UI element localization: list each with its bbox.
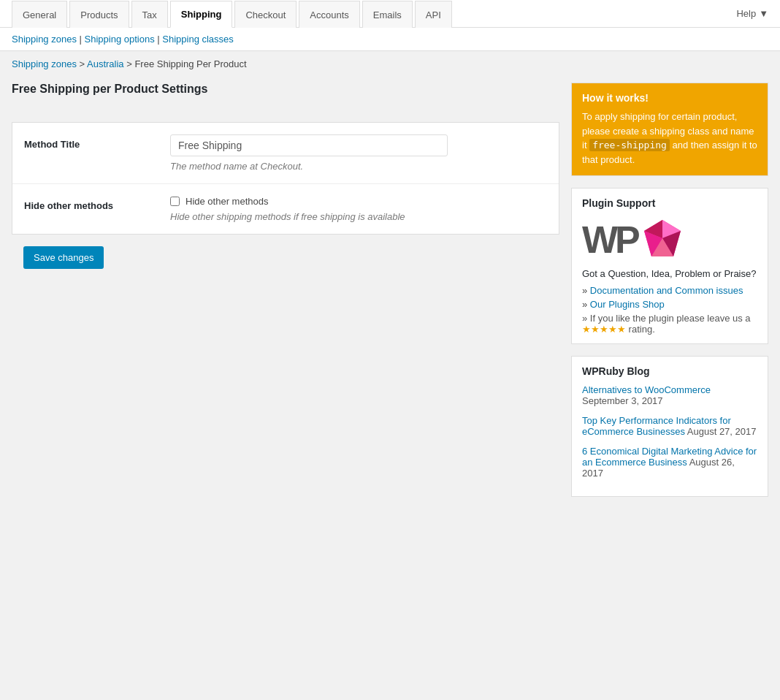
breadcrumb-path: Shipping zones > Australia > Free Shippi… <box>0 51 780 71</box>
nav-tabs: General Products Tax Shipping Checkout A… <box>12 0 454 27</box>
method-title-field: The method name at Checkout. <box>170 134 547 172</box>
plugin-support-card: Plugin Support WP <box>571 188 768 344</box>
main-wrapper: Free Shipping per Product Settings Metho… <box>0 71 780 520</box>
plugin-support-title: Plugin Support <box>582 197 757 209</box>
blog-entry-1: Top Key Performance Indicators for eComm… <box>582 415 757 437</box>
shop-link[interactable]: Our Plugins Shop <box>590 299 665 310</box>
tab-products[interactable]: Products <box>69 1 129 28</box>
breadcrumb-shipping-classes-link[interactable]: Shipping classes <box>162 34 234 45</box>
tab-api[interactable]: API <box>415 1 452 28</box>
how-it-works-card: How it works! To apply shipping for cert… <box>571 83 768 176</box>
blog-title: WPRuby Blog <box>582 365 757 377</box>
breadcrumb-path-australia[interactable]: Australia <box>87 58 124 69</box>
doc-link[interactable]: Documentation and Common issues <box>590 285 743 296</box>
top-bar: General Products Tax Shipping Checkout A… <box>0 0 780 28</box>
tab-tax[interactable]: Tax <box>131 1 168 28</box>
method-title-label: Method Title <box>24 134 156 150</box>
help-label: Help <box>736 8 756 19</box>
breadcrumb-shipping-zones-link[interactable]: Shipping zones <box>12 34 77 45</box>
hide-methods-row: Hide other methods Hide other methods Hi… <box>12 184 559 234</box>
hide-methods-description: Hide other shipping methods if free ship… <box>170 211 547 222</box>
blog-entry-2: 6 Economical Digital Marketing Advice fo… <box>582 446 757 479</box>
how-it-works-body: To apply shipping for certain product, p… <box>582 110 757 167</box>
save-bar: Save changes <box>12 235 559 281</box>
help-button[interactable]: Help ▼ <box>736 0 768 27</box>
blog-card: WPRuby Blog Alternatives to WooCommerce … <box>571 356 768 497</box>
page-title: Free Shipping per Product Settings <box>12 83 559 96</box>
save-button[interactable]: Save changes <box>23 246 104 269</box>
method-title-row: Method Title The method name at Checkout… <box>12 123 559 184</box>
method-title-description: The method name at Checkout. <box>170 161 547 172</box>
blog-content: WPRuby Blog Alternatives to WooCommerce … <box>572 357 768 496</box>
hide-methods-checkbox-text: Hide other methods <box>186 196 268 207</box>
shop-link-prefix: » <box>582 299 590 310</box>
wp-logo: WP <box>582 216 757 262</box>
blog-date-text-0: September 3, 2017 <box>582 395 663 406</box>
tab-general[interactable]: General <box>12 1 67 28</box>
breadcrumb-current: Free Shipping Per Product <box>134 58 246 69</box>
blog-entry-0: Alternatives to WooCommerce September 3,… <box>582 384 757 406</box>
hide-methods-checkbox-label[interactable]: Hide other methods <box>170 196 547 207</box>
plugin-support-content: Plugin Support WP <box>572 189 768 343</box>
hide-methods-field: Hide other methods Hide other shipping m… <box>170 196 547 222</box>
breadcrumb-sep1: | <box>77 34 85 45</box>
breadcrumb-arrow1: > <box>77 58 87 69</box>
how-it-works-panel: How it works! To apply shipping for cert… <box>572 83 768 175</box>
breadcrumb-sep2: | <box>155 34 163 45</box>
plugin-tagline: Got a Question, Idea, Problem or Praise? <box>582 268 757 279</box>
doc-link-prefix: » <box>582 285 590 296</box>
help-arrow: ▼ <box>759 8 768 19</box>
settings-panel: Method Title The method name at Checkout… <box>12 122 559 235</box>
diamond-icon <box>641 216 684 262</box>
stars: ★★★★★ <box>582 324 626 335</box>
hide-methods-label: Hide other methods <box>24 196 156 211</box>
tab-accounts[interactable]: Accounts <box>299 1 359 28</box>
rating-line: » If you like the plugin please leave us… <box>582 313 757 335</box>
wp-text: WP <box>582 221 638 259</box>
breadcrumb-bar: Shipping zones | Shipping options | Ship… <box>0 28 780 51</box>
sidebar: How it works! To apply shipping for cert… <box>571 83 768 509</box>
tab-checkout[interactable]: Checkout <box>234 1 297 28</box>
rating-suffix: rating. <box>626 324 655 335</box>
breadcrumb-path-zones[interactable]: Shipping zones <box>12 58 77 69</box>
tab-emails[interactable]: Emails <box>362 1 413 28</box>
breadcrumb-arrow2: > <box>124 58 135 69</box>
how-it-works-code: free-shipping <box>589 139 670 151</box>
tab-shipping[interactable]: Shipping <box>170 1 233 28</box>
how-it-works-title: How it works! <box>582 92 757 104</box>
method-title-input[interactable] <box>170 134 448 156</box>
blog-date-text-1: August 27, 2017 <box>687 426 757 437</box>
breadcrumb-shipping-options-link[interactable]: Shipping options <box>85 34 155 45</box>
rating-prefix: » If you like the plugin please leave us… <box>582 313 751 324</box>
blog-link-0[interactable]: Alternatives to WooCommerce <box>582 384 711 395</box>
hide-methods-checkbox[interactable] <box>170 197 180 206</box>
content-area: Free Shipping per Product Settings Metho… <box>12 83 559 509</box>
